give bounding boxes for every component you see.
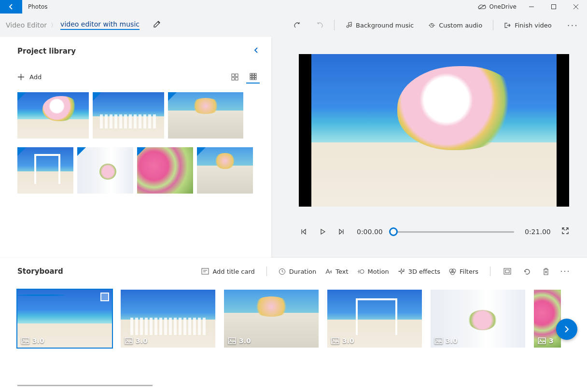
- preview-panel: 0:00.00 0:21.00: [271, 37, 587, 258]
- svg-rect-10: [250, 75, 252, 77]
- library-thumbnail[interactable]: [77, 147, 133, 194]
- image-icon: [228, 337, 236, 344]
- svg-rect-15: [254, 78, 256, 80]
- sparkle-icon: [398, 268, 405, 275]
- fullscreen-button[interactable]: [561, 227, 569, 237]
- svg-point-25: [23, 339, 25, 341]
- image-icon: [434, 337, 443, 344]
- library-thumbnail[interactable]: [17, 92, 89, 139]
- storyboard-strip: 3.0 3.0 3.0 3.0 3.0 3: [17, 290, 571, 348]
- add-button[interactable]: Add: [17, 73, 42, 81]
- library-title: Project library: [17, 47, 76, 56]
- storyboard-panel: Storyboard Add title card Duration Text …: [0, 258, 587, 392]
- breadcrumb-current[interactable]: video editor with music: [60, 20, 140, 30]
- library-thumbnail[interactable]: [93, 92, 164, 139]
- video-preview[interactable]: [299, 54, 569, 207]
- clip-duration: 3.0: [239, 337, 251, 345]
- library-thumbnail[interactable]: [137, 147, 193, 194]
- storyboard-clip[interactable]: 3.0: [224, 290, 319, 348]
- svg-rect-23: [505, 270, 509, 273]
- motion-button[interactable]: Motion: [357, 268, 389, 275]
- close-button[interactable]: [565, 0, 587, 14]
- svg-point-31: [333, 339, 335, 341]
- background-music-button[interactable]: Background music: [341, 19, 418, 32]
- image-icon: [538, 337, 546, 344]
- text-button[interactable]: Text: [325, 268, 348, 275]
- image-icon: [21, 337, 29, 344]
- music-icon: [345, 22, 352, 29]
- grid-small-view-button[interactable]: [246, 70, 260, 84]
- rotate-button[interactable]: [521, 268, 532, 275]
- redo-button[interactable]: [312, 18, 327, 32]
- window-controls: [520, 0, 587, 14]
- previous-frame-button[interactable]: [299, 228, 307, 235]
- divider: [266, 266, 267, 276]
- time-current: 0:00.00: [357, 228, 383, 236]
- action-bar: Video Editor 〉 video editor with music B…: [0, 14, 587, 37]
- breadcrumb-root[interactable]: Video Editor: [6, 21, 47, 29]
- play-button[interactable]: [318, 228, 327, 235]
- storyboard-clip[interactable]: 3.0: [17, 290, 112, 348]
- undo-button[interactable]: [290, 18, 305, 32]
- library-thumbnail[interactable]: [17, 147, 73, 194]
- library-thumbnail[interactable]: [197, 147, 253, 194]
- storyboard-more-button[interactable]: ···: [560, 267, 571, 276]
- svg-point-29: [230, 339, 231, 341]
- add-title-card-button[interactable]: Add title card: [201, 268, 254, 275]
- resize-button[interactable]: [502, 268, 513, 275]
- horizontal-scrollbar[interactable]: [17, 385, 153, 386]
- svg-rect-16: [202, 268, 209, 274]
- svg-rect-6: [235, 77, 238, 80]
- finish-video-button[interactable]: Finish video: [500, 19, 556, 32]
- image-icon: [125, 337, 133, 344]
- filters-icon: [449, 268, 456, 275]
- storyboard-title: Storyboard: [17, 267, 63, 276]
- image-icon: [331, 337, 339, 344]
- collapse-button[interactable]: [253, 46, 263, 56]
- svg-rect-7: [250, 73, 252, 75]
- scroll-right-button[interactable]: [556, 319, 577, 340]
- cloud-off-icon: [478, 4, 487, 10]
- clip-duration: 3: [549, 337, 554, 345]
- title-bar: Photos OneDrive: [0, 0, 587, 14]
- time-total: 0:21.00: [525, 228, 551, 236]
- storyboard-clip[interactable]: 3: [534, 290, 561, 348]
- svg-rect-8: [252, 73, 254, 75]
- rename-button[interactable]: [153, 20, 161, 30]
- grid-large-view-button[interactable]: [228, 70, 241, 84]
- chevron-right-icon: 〉: [51, 21, 56, 29]
- clip-select-checkbox[interactable]: [100, 293, 109, 301]
- onedrive-status[interactable]: OneDrive: [478, 3, 517, 10]
- library-thumbnail[interactable]: [168, 92, 243, 139]
- 3d-effects-button[interactable]: 3D effects: [398, 268, 440, 275]
- minimize-button[interactable]: [520, 0, 543, 14]
- text-icon: [325, 268, 332, 275]
- svg-point-27: [126, 339, 128, 341]
- clip-duration: 3.0: [136, 337, 148, 345]
- clock-icon: [279, 268, 286, 275]
- svg-rect-13: [250, 78, 252, 80]
- export-icon: [504, 22, 511, 29]
- seek-slider[interactable]: [393, 228, 514, 236]
- project-library-panel: Project library Add: [0, 37, 271, 258]
- back-button[interactable]: [0, 0, 22, 14]
- custom-audio-button[interactable]: Custom audio: [424, 19, 486, 32]
- maximize-button[interactable]: [543, 0, 565, 14]
- svg-rect-3: [232, 74, 235, 77]
- audio-icon: [428, 22, 435, 29]
- filters-button[interactable]: Filters: [449, 268, 478, 275]
- duration-button[interactable]: Duration: [279, 268, 316, 275]
- storyboard-clip[interactable]: 3.0: [327, 290, 422, 348]
- clip-duration: 3.0: [342, 337, 354, 345]
- next-frame-button[interactable]: [337, 228, 346, 235]
- svg-rect-14: [252, 78, 254, 80]
- plus-icon: [17, 73, 25, 81]
- more-menu-button[interactable]: ···: [562, 20, 583, 30]
- svg-rect-4: [235, 74, 238, 77]
- divider: [493, 20, 493, 30]
- divider: [490, 266, 490, 276]
- storyboard-clip[interactable]: 3.0: [431, 290, 525, 348]
- storyboard-clip[interactable]: 3.0: [121, 290, 215, 348]
- delete-button[interactable]: [541, 268, 551, 275]
- svg-rect-1: [552, 5, 556, 9]
